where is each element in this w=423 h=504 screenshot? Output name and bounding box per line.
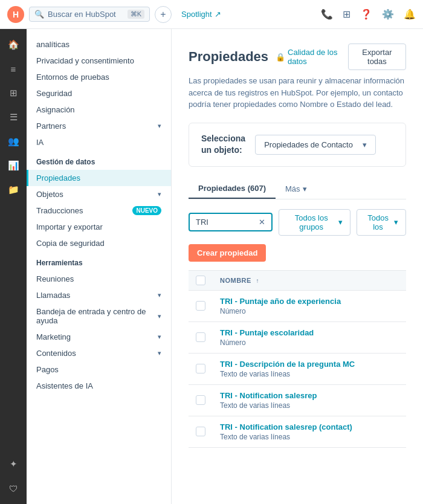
chevron-down-icon: ▾ bbox=[158, 349, 161, 357]
select-all-checkbox[interactable] bbox=[196, 276, 205, 285]
selector-label: Seleccionaun objeto: bbox=[201, 133, 245, 157]
sidebar-item-analiticas[interactable]: analíticas bbox=[27, 36, 171, 53]
rail-reports-icon[interactable]: 📊 bbox=[2, 155, 24, 176]
export-button[interactable]: Exportar todas bbox=[348, 44, 406, 70]
property-name[interactable]: TRI - Puntaje año de experiencia bbox=[220, 297, 399, 306]
row-checkbox[interactable] bbox=[196, 427, 205, 436]
quality-badge[interactable]: 🔒 Calidad de los datos bbox=[276, 48, 341, 66]
sidebar-item-objetos[interactable]: Objetos ▾ bbox=[27, 186, 171, 202]
sidebar-item-label: Copia de seguridad bbox=[36, 239, 105, 248]
object-dropdown[interactable]: Propiedades de Contacto ▾ bbox=[255, 135, 376, 155]
sidebar-item-contenidos[interactable]: Contenidos ▾ bbox=[27, 345, 171, 361]
row-name-cell: TRI - Puntaje escolaridad Número bbox=[213, 321, 406, 353]
topbar-icons: 📞 ⊞ ❓ ⚙️ 🔔 bbox=[321, 8, 416, 20]
sidebar-item-reuniones[interactable]: Reuniones bbox=[27, 271, 171, 287]
page-title: Propiedades bbox=[189, 49, 268, 65]
sidebar-item-importar[interactable]: Importar y exportar bbox=[27, 219, 171, 235]
rail-menu-icon[interactable]: ≡ bbox=[2, 58, 24, 80]
sidebar-item-entornos[interactable]: Entornos de pruebas bbox=[27, 69, 171, 85]
search-input[interactable] bbox=[196, 218, 254, 227]
tab-propiedades[interactable]: Propiedades (607) bbox=[189, 179, 276, 199]
property-type: Texto de varias líneas bbox=[220, 370, 399, 378]
row-checkbox[interactable] bbox=[196, 364, 205, 373]
rail-list-icon[interactable]: ☰ bbox=[2, 106, 24, 128]
search-input-wrap: ✕ bbox=[189, 213, 273, 231]
sidebar-item-ia[interactable]: IA bbox=[27, 134, 171, 150]
row-name-cell: TRI - Notification salesrep (contact) Te… bbox=[213, 416, 406, 447]
create-property-button[interactable]: Crear propiedad bbox=[189, 244, 266, 262]
add-button[interactable]: + bbox=[155, 6, 172, 23]
sort-arrow-icon[interactable]: ↑ bbox=[256, 277, 259, 284]
main-layout: 🏠 ≡ ⊞ ☰ 👥 📊 📁 ✦ 🛡 analíticas Privacidad … bbox=[0, 29, 423, 504]
search-bar[interactable]: 🔍 Buscar en HubSpot ⌘K bbox=[29, 7, 150, 22]
chevron-down-icon: ▾ bbox=[158, 291, 161, 299]
sidebar-item-label: Privacidad y consentimiento bbox=[36, 56, 134, 65]
rail-automation-icon[interactable]: ✦ bbox=[2, 453, 24, 475]
sidebar-item-asistentes[interactable]: Asistentes de IA bbox=[27, 378, 171, 394]
sidebar-item-pagos[interactable]: Pagos bbox=[27, 361, 171, 378]
row-checkbox-cell bbox=[189, 353, 213, 384]
rail-home-icon[interactable]: 🏠 bbox=[2, 34, 24, 56]
properties-table: NOMBRE ↑ TRI - Puntaje año de experienci… bbox=[189, 270, 406, 448]
row-checkbox-cell bbox=[189, 384, 213, 416]
row-checkbox[interactable] bbox=[196, 332, 205, 342]
row-checkbox-cell bbox=[189, 321, 213, 353]
row-checkbox[interactable] bbox=[196, 395, 205, 405]
search-text: Buscar en HubSpot bbox=[48, 10, 124, 19]
sidebar-item-copia[interactable]: Copia de seguridad bbox=[27, 235, 171, 251]
sidebar-item-partners[interactable]: Partners ▾ bbox=[27, 118, 171, 134]
table-header-checkbox bbox=[189, 270, 213, 290]
sidebar-item-seguridad[interactable]: Seguridad bbox=[27, 85, 171, 102]
table-row: TRI - Descripción de la pregunta MC Text… bbox=[189, 353, 406, 384]
topbar: H 🔍 Buscar en HubSpot ⌘K + Spotlight ↗ 📞… bbox=[0, 0, 423, 29]
chevron-down-icon: ▾ bbox=[338, 218, 343, 227]
property-type: Número bbox=[220, 307, 399, 315]
sidebar-item-llamadas[interactable]: Llamadas ▾ bbox=[27, 287, 171, 303]
sidebar-item-propiedades[interactable]: Propiedades bbox=[27, 170, 171, 186]
rail-grid-icon[interactable]: ⊞ bbox=[2, 82, 24, 104]
sidebar-item-asignacion[interactable]: Asignación bbox=[27, 102, 171, 118]
sidebar-item-marketing[interactable]: Marketing ▾ bbox=[27, 329, 171, 345]
rail-library-icon[interactable]: 📁 bbox=[2, 179, 24, 201]
rail-contacts-icon[interactable]: 👥 bbox=[2, 131, 24, 152]
property-name[interactable]: TRI - Puntaje escolaridad bbox=[220, 328, 399, 337]
filter-types-button[interactable]: Todos los ▾ bbox=[357, 209, 406, 236]
sidebar-item-label: Propiedades bbox=[36, 173, 80, 183]
sidebar-item-bandeja[interactable]: Bandeja de entrada y centro de ayuda ▾ bbox=[27, 303, 171, 329]
dropdown-value: Propiedades de Contacto bbox=[264, 140, 353, 149]
notifications-icon[interactable]: 🔔 bbox=[404, 8, 416, 20]
phone-icon[interactable]: 📞 bbox=[321, 8, 333, 20]
row-name-cell: TRI - Puntaje año de experiencia Número bbox=[213, 290, 406, 321]
row-name-cell: TRI - Descripción de la pregunta MC Text… bbox=[213, 353, 406, 384]
dropdown-arrow-icon: ▾ bbox=[363, 140, 367, 149]
help-icon[interactable]: ❓ bbox=[360, 8, 372, 20]
quality-label: Calidad de los datos bbox=[288, 48, 341, 66]
tabs-row: Propiedades (607) Más ▾ bbox=[189, 179, 406, 199]
chevron-down-icon: ▾ bbox=[394, 218, 398, 227]
settings-icon[interactable]: ⚙️ bbox=[382, 8, 394, 20]
icon-rail: 🏠 ≡ ⊞ ☰ 👥 📊 📁 ✦ 🛡 bbox=[0, 29, 27, 504]
filter-types-label: Todos los bbox=[364, 213, 392, 231]
spotlight-link[interactable]: Spotlight ↗ bbox=[181, 10, 221, 19]
sidebar-item-privacidad[interactable]: Privacidad y consentimiento bbox=[27, 53, 171, 69]
logo-letter: H bbox=[13, 10, 19, 19]
table-header-row: NOMBRE ↑ bbox=[189, 270, 406, 290]
search-clear-icon[interactable]: ✕ bbox=[259, 218, 265, 227]
search-icon: 🔍 bbox=[34, 10, 44, 19]
property-name[interactable]: TRI - Notification salesrep bbox=[220, 391, 399, 400]
row-name-cell: TRI - Notification salesrep Texto de var… bbox=[213, 384, 406, 416]
table-icon[interactable]: ⊞ bbox=[343, 8, 350, 20]
table-header-name: NOMBRE ↑ bbox=[213, 270, 406, 290]
tab-mas[interactable]: Más ▾ bbox=[276, 179, 317, 198]
property-name[interactable]: TRI - Descripción de la pregunta MC bbox=[220, 360, 399, 369]
row-checkbox[interactable] bbox=[196, 301, 205, 311]
table-row: TRI - Notification salesrep Texto de var… bbox=[189, 384, 406, 416]
filter-groups-button[interactable]: Todos los grupos ▾ bbox=[279, 209, 350, 236]
property-name[interactable]: TRI - Notification salesrep (contact) bbox=[220, 422, 399, 431]
sidebar-item-traducciones[interactable]: Traducciones NUEVO bbox=[27, 202, 171, 219]
section-gestion-datos: Gestión de datos bbox=[27, 150, 171, 170]
lock-icon: 🔒 bbox=[276, 53, 285, 62]
spotlight-icon: ↗ bbox=[215, 10, 221, 19]
rail-shield-icon[interactable]: 🛡 bbox=[2, 477, 24, 499]
sidebar: analíticas Privacidad y consentimiento E… bbox=[27, 29, 172, 504]
